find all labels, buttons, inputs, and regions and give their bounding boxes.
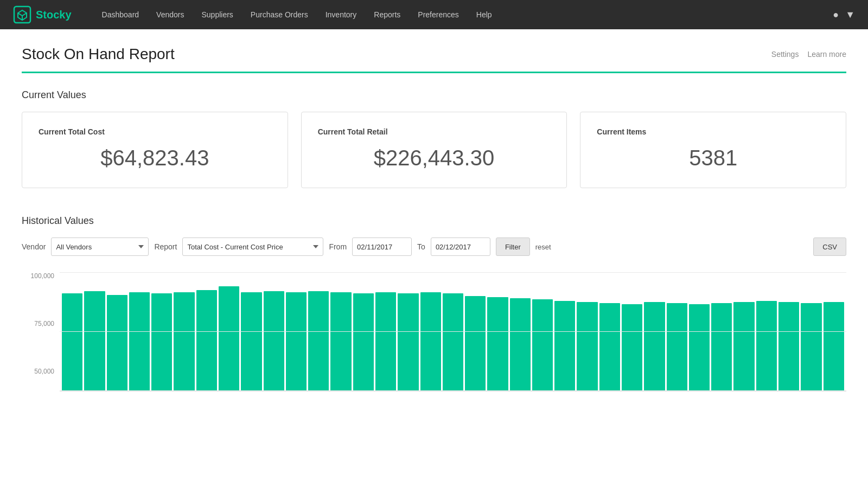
filter-row: Vendor All Vendors Report Total Cost - C… bbox=[22, 237, 846, 256]
cards-row: Current Total Cost $64,823.43 Current To… bbox=[22, 112, 846, 188]
chart-bar bbox=[353, 293, 374, 391]
chart-bar bbox=[264, 291, 284, 391]
chart-bar bbox=[622, 304, 642, 391]
chart-bar bbox=[174, 292, 194, 391]
current-values-section: Current Values Current Total Cost $64,82… bbox=[22, 89, 846, 188]
y-label-75k: 75,000 bbox=[22, 320, 54, 328]
historical-section: Historical Values Vendor All Vendors Rep… bbox=[22, 215, 846, 391]
chart-bar bbox=[667, 303, 687, 391]
chart-bar bbox=[151, 293, 172, 391]
logo-text: Stocky bbox=[36, 9, 72, 21]
chart-bar bbox=[532, 299, 553, 391]
card-current-items-value: 5381 bbox=[597, 146, 829, 170]
chart-bar bbox=[241, 292, 261, 391]
chart-bar bbox=[375, 292, 396, 391]
chart-container: 100,000 75,000 50,000 bbox=[22, 272, 846, 391]
nav-item-dashboard[interactable]: Dashboard bbox=[93, 0, 148, 29]
card-total-retail-label: Current Total Retail bbox=[318, 127, 551, 136]
navigation: Stocky Dashboard Vendors Suppliers Purch… bbox=[0, 0, 868, 29]
nav-item-reports[interactable]: Reports bbox=[365, 0, 409, 29]
chart-bar bbox=[398, 293, 418, 391]
current-values-title: Current Values bbox=[22, 89, 846, 101]
search-icon[interactable]: ● bbox=[833, 9, 839, 21]
card-total-cost-label: Current Total Cost bbox=[39, 127, 271, 136]
reset-link[interactable]: reset bbox=[535, 243, 551, 251]
chart-bar bbox=[778, 302, 799, 391]
chart-bar bbox=[286, 292, 307, 391]
chart-bar bbox=[219, 286, 239, 391]
to-label: To bbox=[417, 242, 425, 251]
chart-bar bbox=[107, 295, 127, 391]
chart-bar bbox=[420, 292, 441, 391]
chart-bar bbox=[824, 302, 844, 391]
vendor-select[interactable]: All Vendors bbox=[51, 237, 149, 256]
nav-links: Dashboard Vendors Suppliers Purchase Ord… bbox=[93, 0, 833, 29]
chart-bar bbox=[577, 302, 597, 391]
chart-bar bbox=[733, 302, 754, 391]
chart-bar bbox=[129, 292, 150, 391]
chart-bar bbox=[62, 293, 82, 391]
vendor-label: Vendor bbox=[22, 242, 46, 251]
report-label: Report bbox=[154, 242, 177, 251]
chart-bar bbox=[554, 301, 575, 391]
card-total-cost: Current Total Cost $64,823.43 bbox=[22, 112, 288, 188]
card-current-items: Current Items 5381 bbox=[580, 112, 846, 188]
report-select[interactable]: Total Cost - Current Cost Price bbox=[182, 237, 323, 256]
chart-bar bbox=[711, 303, 732, 391]
card-total-retail: Current Total Retail $226,443.30 bbox=[301, 112, 567, 188]
chart-bar bbox=[196, 290, 217, 391]
logo[interactable]: Stocky bbox=[13, 5, 72, 24]
chart-bar bbox=[599, 303, 620, 391]
nav-item-vendors[interactable]: Vendors bbox=[148, 0, 193, 29]
chart-bar bbox=[801, 303, 821, 391]
nav-item-preferences[interactable]: Preferences bbox=[409, 0, 467, 29]
chart-bar bbox=[84, 291, 105, 391]
from-date-input[interactable] bbox=[352, 237, 412, 256]
y-label-100k: 100,000 bbox=[22, 272, 54, 280]
chart-y-labels: 100,000 75,000 50,000 bbox=[22, 272, 54, 375]
card-total-cost-value: $64,823.43 bbox=[39, 146, 271, 170]
chart-bar bbox=[487, 297, 508, 391]
nav-item-help[interactable]: Help bbox=[468, 0, 501, 29]
chart-bar bbox=[756, 301, 777, 391]
logo-icon bbox=[13, 5, 31, 24]
nav-item-inventory[interactable]: Inventory bbox=[317, 0, 366, 29]
learn-more-link[interactable]: Learn more bbox=[807, 50, 846, 59]
filter-button[interactable]: Filter bbox=[496, 237, 530, 256]
to-date-input[interactable] bbox=[431, 237, 490, 256]
nav-item-purchase-orders[interactable]: Purchase Orders bbox=[242, 0, 317, 29]
chart-bar bbox=[510, 298, 531, 391]
teal-divider bbox=[22, 72, 846, 73]
chart-bar bbox=[308, 291, 329, 391]
historical-values-title: Historical Values bbox=[22, 215, 846, 227]
chart-bars-area bbox=[60, 272, 846, 391]
chevron-down-icon[interactable]: ▼ bbox=[845, 9, 855, 21]
from-label: From bbox=[329, 242, 347, 251]
card-current-items-label: Current Items bbox=[597, 127, 829, 136]
page-header: Stock On Hand Report Settings Learn more bbox=[22, 46, 846, 63]
chart-bar bbox=[644, 302, 665, 391]
page-content: Stock On Hand Report Settings Learn more… bbox=[0, 29, 868, 413]
settings-link[interactable]: Settings bbox=[771, 50, 799, 59]
y-label-50k: 50,000 bbox=[22, 368, 54, 375]
chart-bar bbox=[443, 293, 463, 391]
chart-bar bbox=[689, 304, 710, 391]
chart-bar bbox=[465, 296, 486, 391]
card-total-retail-value: $226,443.30 bbox=[318, 146, 551, 170]
header-actions: Settings Learn more bbox=[771, 46, 846, 59]
nav-right: ● ▼ bbox=[833, 9, 855, 21]
chart-bar bbox=[330, 292, 351, 391]
csv-button[interactable]: CSV bbox=[813, 237, 846, 256]
chart-bars bbox=[60, 272, 846, 391]
page-title: Stock On Hand Report bbox=[22, 46, 175, 63]
nav-item-suppliers[interactable]: Suppliers bbox=[193, 0, 241, 29]
